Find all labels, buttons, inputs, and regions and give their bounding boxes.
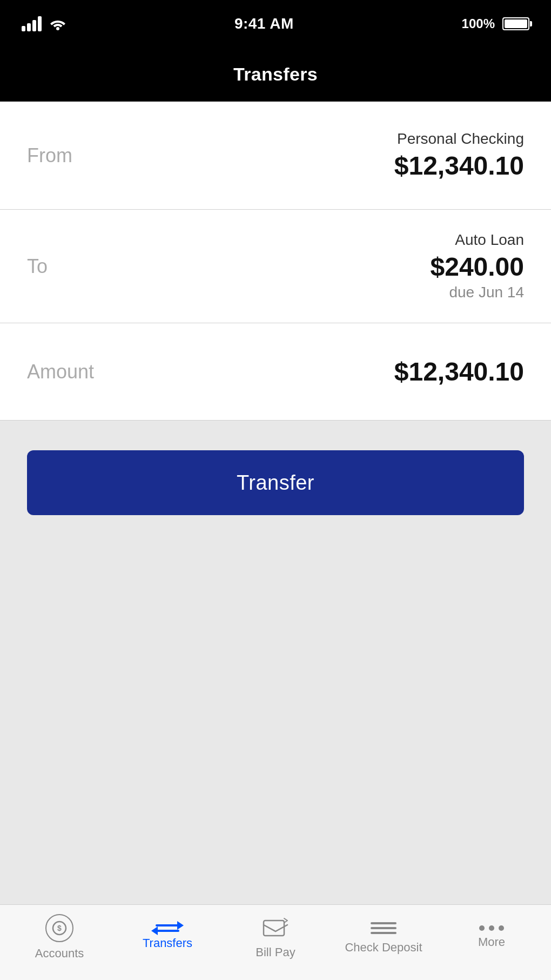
transfers-icon [156,924,179,932]
more-tab-label: More [478,935,505,949]
tab-check-deposit[interactable]: Check Deposit [330,905,438,969]
check-deposit-icon [371,920,397,936]
status-left [22,16,66,31]
svg-point-0 [56,27,59,30]
check-deposit-tab-label: Check Deposit [345,941,422,955]
to-value: Auto Loan $240.00 due Jun 14 [430,231,524,301]
battery-percentage: 100% [462,16,495,31]
from-label: From [27,144,72,167]
content-wrapper: From Personal Checking $12,340.10 To Aut… [0,102,551,904]
tab-bar: $ Accounts Transfers Bill Pay [0,904,551,980]
signal-icon [22,16,42,31]
tab-accounts[interactable]: $ Accounts [5,905,113,969]
from-account-name: Personal Checking [394,130,524,148]
from-value: Personal Checking $12,340.10 [394,130,524,181]
from-row[interactable]: From Personal Checking $12,340.10 [0,102,551,210]
navigation-bar: Transfers [0,48,551,102]
battery-icon [502,17,529,30]
status-bar: 9:41 AM 100% [0,0,551,48]
more-icon [479,925,504,931]
transfer-button[interactable]: Transfer [27,450,524,515]
gray-section: Transfer [0,421,551,904]
accounts-tab-label: Accounts [35,946,84,961]
wifi-icon [49,17,66,30]
tab-bill-pay[interactable]: Bill Pay [221,905,330,969]
amount-value: $12,340.10 [394,357,524,386]
svg-text:$: $ [57,924,62,932]
to-row[interactable]: To Auto Loan $240.00 due Jun 14 [0,210,551,323]
tab-transfers[interactable]: Transfers [113,905,221,969]
amount-label: Amount [27,361,94,383]
status-right: 100% [462,16,529,31]
to-account-due: due Jun 14 [430,284,524,301]
to-label: To [27,255,48,278]
amount-row[interactable]: Amount $12,340.10 [0,323,551,421]
accounts-icon: $ [45,914,73,942]
transfers-tab-label: Transfers [143,936,192,950]
tab-more[interactable]: More [438,905,546,969]
from-account-amount: $12,340.10 [394,151,524,181]
status-time: 9:41 AM [234,15,294,32]
to-account-name: Auto Loan [430,231,524,249]
bill-pay-icon [261,915,290,941]
bill-pay-tab-label: Bill Pay [256,945,295,959]
page-title: Transfers [233,64,318,85]
to-account-amount: $240.00 [430,252,524,282]
